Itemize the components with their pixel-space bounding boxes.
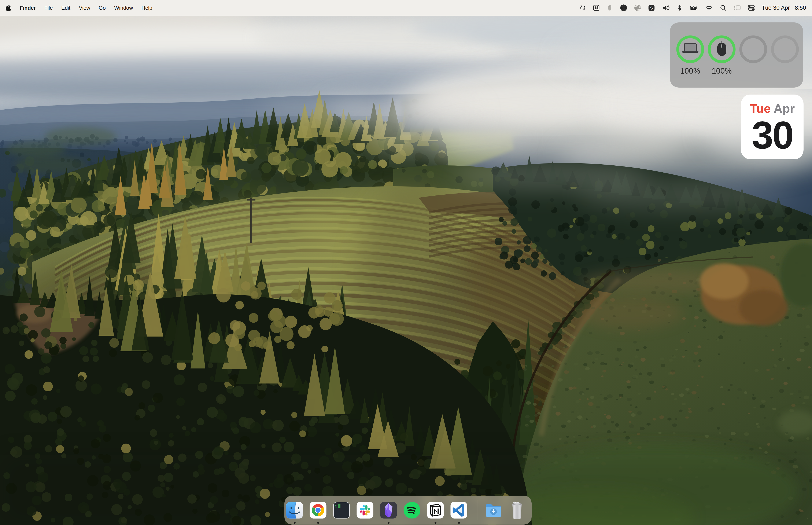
- svg-text:S: S: [650, 6, 653, 10]
- svg-text:100%: 100%: [680, 66, 700, 75]
- svg-text:$: $: [335, 504, 337, 509]
- svg-text:100%: 100%: [712, 66, 732, 75]
